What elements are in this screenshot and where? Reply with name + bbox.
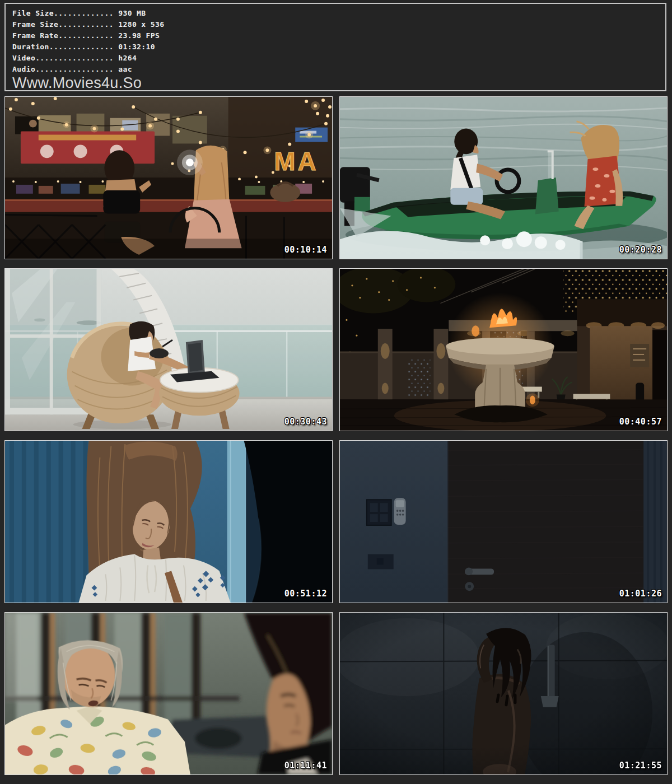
watermark-text: Www.Movies4u.So bbox=[12, 75, 665, 91]
info-line-file-size: File Size............. 930 MB bbox=[12, 8, 665, 19]
timestamp: 01:01:26 bbox=[619, 589, 662, 599]
info-line-audio: Audio................. aac bbox=[12, 64, 665, 75]
shower-image bbox=[340, 613, 667, 774]
timestamp: 00:40:57 bbox=[619, 417, 662, 427]
timestamp: 01:21:55 bbox=[619, 760, 662, 771]
thumbnail-night-market: MA bbox=[4, 96, 333, 259]
timestamp: 00:10:14 bbox=[284, 245, 327, 255]
thumbnail-two-men: 01:11:41 bbox=[4, 612, 333, 775]
timestamp: 00:30:43 bbox=[284, 417, 327, 427]
two-men-image bbox=[5, 613, 332, 774]
thumbnail-balcony-laptop: 00:30:43 bbox=[4, 268, 333, 431]
marquee-sign-text: MA bbox=[274, 147, 318, 176]
timestamp: 00:20:28 bbox=[619, 245, 662, 255]
dark-door-image bbox=[340, 441, 667, 603]
info-line-frame-size: Frame Size............ 1280 x 536 bbox=[12, 19, 665, 30]
media-info-panel: File Size............. 930 MB Frame Size… bbox=[4, 3, 666, 91]
thumbnail-shower: 01:21:55 bbox=[339, 612, 668, 775]
thumbnail-dark-door: 01:01:26 bbox=[339, 440, 668, 603]
thumbnail-grid: MA bbox=[4, 96, 668, 775]
timestamp: 01:11:41 bbox=[284, 760, 327, 771]
thumbnail-fire-courtyard: 00:40:57 bbox=[339, 268, 668, 431]
woman-blouse-image bbox=[5, 441, 332, 603]
green-boat-image bbox=[340, 97, 667, 259]
info-line-video: Video................. h264 bbox=[12, 53, 665, 64]
thumbnail-green-boat: 00:20:28 bbox=[339, 96, 668, 259]
timestamp: 00:51:12 bbox=[284, 589, 327, 599]
info-line-duration: Duration.............. 01:32:10 bbox=[12, 41, 665, 53]
fire-courtyard-image bbox=[340, 269, 667, 431]
thumbnail-woman-blouse: 00:51:12 bbox=[4, 440, 333, 603]
night-market-image: MA bbox=[5, 97, 332, 259]
info-line-frame-rate: Frame Rate............ 23.98 FPS bbox=[12, 30, 665, 41]
balcony-image bbox=[5, 269, 332, 431]
